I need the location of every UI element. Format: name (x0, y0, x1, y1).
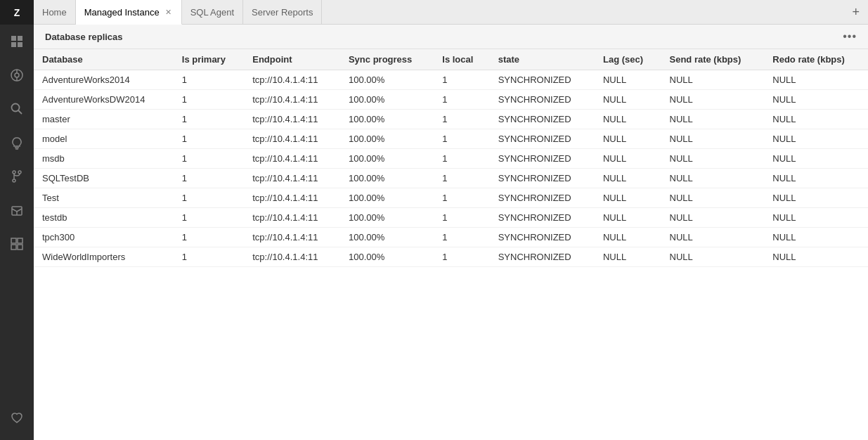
cell-r5-c7: NULL (661, 169, 765, 188)
svg-point-8 (12, 104, 20, 112)
svg-point-13 (13, 179, 15, 182)
cell-r7-c4: 1 (434, 208, 489, 228)
database-replicas-table-container[interactable]: Database Is primary Endpoint Sync progre… (34, 49, 868, 440)
cell-r7-c6: NULL (595, 208, 661, 228)
cell-r8-c4: 1 (434, 228, 489, 247)
col-header-sync-progress: Sync progress (340, 49, 434, 70)
col-header-redo-rate: Redo rate (kbps) (764, 49, 868, 70)
table-row[interactable]: WideWorldImporters1tcp://10.4.1.4:11100.… (34, 247, 868, 267)
cell-r9-c3: 100.00% (340, 247, 434, 267)
cell-r1-c7: NULL (661, 90, 765, 110)
cell-r0-c7: NULL (661, 70, 765, 90)
cell-r5-c8: NULL (764, 169, 868, 188)
app-logo: Z (0, 0, 34, 25)
cell-r9-c0: WideWorldImporters (34, 247, 174, 267)
cell-r4-c1: 1 (174, 149, 244, 169)
cell-r3-c5: SYNCHRONIZED (490, 129, 595, 149)
connections-icon[interactable] (0, 58, 34, 92)
panel-menu-button[interactable]: ••• (843, 30, 857, 43)
cell-r5-c4: 1 (434, 169, 489, 188)
cell-r5-c0: SQLTestDB (34, 169, 174, 188)
table-row[interactable]: AdventureWorks20141tcp://10.4.1.4:11100.… (34, 70, 868, 90)
cell-r6-c3: 100.00% (340, 188, 434, 208)
cell-r3-c6: NULL (595, 129, 661, 149)
cell-r8-c2: tcp://10.4.1.4:11 (244, 228, 340, 247)
col-header-is-primary: Is primary (174, 49, 244, 70)
svg-rect-18 (18, 238, 22, 243)
table-row[interactable]: master1tcp://10.4.1.4:11100.00%1SYNCHRON… (34, 110, 868, 129)
cell-r4-c4: 1 (434, 149, 489, 169)
cell-r1-c3: 100.00% (340, 90, 434, 110)
cell-r8-c3: 100.00% (340, 228, 434, 247)
cell-r2-c7: NULL (661, 110, 765, 129)
cell-r4-c8: NULL (764, 149, 868, 169)
svg-point-5 (15, 73, 19, 77)
cell-r8-c7: NULL (661, 228, 765, 247)
col-header-endpoint: Endpoint (244, 49, 340, 70)
lightbulb-icon[interactable] (0, 126, 34, 160)
tab-close-managed-instance[interactable]: ✕ (164, 7, 173, 18)
cell-r2-c8: NULL (764, 110, 868, 129)
cell-r8-c5: SYNCHRONIZED (490, 228, 595, 247)
cell-r2-c2: tcp://10.4.1.4:11 (244, 110, 340, 129)
cell-r7-c3: 100.00% (340, 208, 434, 228)
table-header-row: Database Is primary Endpoint Sync progre… (34, 49, 868, 70)
table-row[interactable]: AdventureWorksDW20141tcp://10.4.1.4:1110… (34, 90, 868, 110)
cell-r9-c7: NULL (661, 247, 765, 267)
cell-r2-c4: 1 (434, 110, 489, 129)
cell-r1-c1: 1 (174, 90, 244, 110)
table-row[interactable]: Test1tcp://10.4.1.4:11100.00%1SYNCHRONIZ… (34, 188, 868, 208)
table-row[interactable]: model1tcp://10.4.1.4:11100.00%1SYNCHRONI… (34, 129, 868, 149)
cell-r7-c1: 1 (174, 208, 244, 228)
cell-r9-c6: NULL (595, 247, 661, 267)
cell-r6-c6: NULL (595, 188, 661, 208)
tab-server-reports[interactable]: Server Reports (243, 0, 322, 25)
content-area: Database replicas ••• Database Is primar… (34, 25, 868, 440)
cell-r0-c1: 1 (174, 70, 244, 90)
dashboard-icon[interactable] (0, 25, 34, 58)
cell-r4-c6: NULL (595, 149, 661, 169)
svg-rect-17 (11, 238, 16, 243)
cell-r3-c3: 100.00% (340, 129, 434, 149)
cell-r2-c5: SYNCHRONIZED (490, 110, 595, 129)
extensions-icon[interactable] (0, 227, 34, 261)
cell-r9-c8: NULL (764, 247, 868, 267)
cell-r2-c3: 100.00% (340, 110, 434, 129)
cell-r7-c2: tcp://10.4.1.4:11 (244, 208, 340, 228)
cell-r6-c7: NULL (661, 188, 765, 208)
col-header-send-rate: Send rate (kbps) (661, 49, 765, 70)
table-row[interactable]: SQLTestDB1tcp://10.4.1.4:11100.00%1SYNCH… (34, 169, 868, 188)
cell-r0-c8: NULL (764, 70, 868, 90)
activity-bar: Z (0, 0, 34, 440)
table-row[interactable]: testdb1tcp://10.4.1.4:11100.00%1SYNCHRON… (34, 208, 868, 228)
svg-line-9 (18, 110, 22, 114)
packages-icon[interactable] (0, 193, 34, 227)
cell-r1-c0: AdventureWorksDW2014 (34, 90, 174, 110)
cell-r9-c4: 1 (434, 247, 489, 267)
tab-managed-instance[interactable]: Managed Instance ✕ (76, 0, 182, 25)
table-row[interactable]: tpch3001tcp://10.4.1.4:11100.00%1SYNCHRO… (34, 228, 868, 247)
col-header-state: state (490, 49, 595, 70)
source-control-icon[interactable] (0, 160, 34, 193)
cell-r3-c0: model (34, 129, 174, 149)
cell-r5-c5: SYNCHRONIZED (490, 169, 595, 188)
tab-bar: Home Managed Instance ✕ SQL Agent Server… (34, 0, 868, 25)
tab-sql-agent[interactable]: SQL Agent (182, 0, 243, 25)
cell-r0-c5: SYNCHRONIZED (490, 70, 595, 90)
cell-r2-c6: NULL (595, 110, 661, 129)
svg-rect-0 (11, 36, 16, 41)
health-icon[interactable] (0, 401, 34, 434)
cell-r1-c6: NULL (595, 90, 661, 110)
cell-r8-c1: 1 (174, 228, 244, 247)
cell-r6-c8: NULL (764, 188, 868, 208)
table-row[interactable]: msdb1tcp://10.4.1.4:11100.00%1SYNCHRONIZ… (34, 149, 868, 169)
cell-r6-c4: 1 (434, 188, 489, 208)
cell-r2-c0: master (34, 110, 174, 129)
cell-r6-c0: Test (34, 188, 174, 208)
cell-r0-c6: NULL (595, 70, 661, 90)
svg-rect-3 (18, 42, 22, 47)
search-icon[interactable] (0, 92, 34, 126)
add-tab-button[interactable]: + (843, 5, 868, 20)
cell-r3-c7: NULL (661, 129, 765, 149)
tab-home[interactable]: Home (34, 0, 76, 25)
